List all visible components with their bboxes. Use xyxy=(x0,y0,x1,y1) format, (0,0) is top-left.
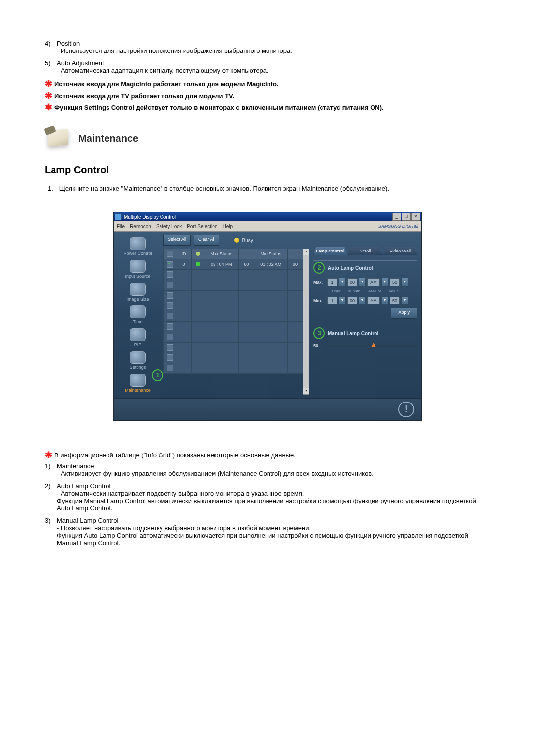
item-number: 2) xyxy=(45,482,57,490)
sidebar-item-input-source[interactable]: Input Source xyxy=(117,258,159,280)
min-value-input[interactable]: 50 xyxy=(390,297,400,304)
info-grid: ID Max Status Min Status 0 xyxy=(163,249,303,395)
dropdown-icon[interactable]: ▾ xyxy=(339,278,346,287)
max-minute-input[interactable]: 00 xyxy=(347,278,357,286)
scroll-up-button[interactable]: ▴ xyxy=(303,249,309,255)
dropdown-icon[interactable]: ▾ xyxy=(339,296,346,305)
dropdown-icon[interactable]: ▾ xyxy=(359,296,366,305)
item-number: 3) xyxy=(45,517,57,524)
ampm-label: AM/PM xyxy=(364,289,385,293)
table-row[interactable] xyxy=(164,291,303,301)
maximize-button[interactable]: □ xyxy=(402,213,411,221)
auto-lamp-panel-title: 2 Auto Lamp Control xyxy=(313,260,417,274)
dropdown-icon[interactable]: ▾ xyxy=(359,278,366,287)
table-row[interactable] xyxy=(164,343,303,353)
page: 4) Position - Используется для настройки… xyxy=(0,0,535,581)
busy-label: Busy xyxy=(242,238,253,243)
note-text: Функция Settings Control действует тольк… xyxy=(54,103,490,111)
table-row[interactable] xyxy=(164,311,303,322)
section-title: Maintenance xyxy=(78,133,138,144)
col-status[interactable] xyxy=(192,249,204,259)
dropdown-icon[interactable]: ▾ xyxy=(381,278,388,287)
pip-icon xyxy=(130,328,146,341)
table-row[interactable] xyxy=(164,363,303,374)
item-title: Position xyxy=(57,40,490,47)
col-check[interactable] xyxy=(164,249,176,259)
app-icon xyxy=(115,213,122,220)
col-id[interactable]: ID xyxy=(176,249,192,259)
note-text: В информационной таблице ("Info Grid") п… xyxy=(54,451,490,459)
menu-help[interactable]: Help xyxy=(222,224,233,229)
col-min-val[interactable] xyxy=(288,249,303,259)
sidebar-item-power-control[interactable]: Power Control xyxy=(117,236,159,257)
list-item: 5) Auto Adjustment - Автоматическая адап… xyxy=(45,59,490,74)
min-ampm-input[interactable]: AM xyxy=(367,297,380,304)
sidebar-item-pip[interactable]: PIP xyxy=(117,327,159,349)
panel-title-text: Auto Lamp Control xyxy=(328,265,373,271)
max-value-input[interactable]: 50 xyxy=(390,278,400,286)
table-row[interactable] xyxy=(164,301,303,311)
sidebar-item-label: Input Source xyxy=(125,274,150,279)
power-icon xyxy=(130,237,146,250)
table-row[interactable] xyxy=(164,332,303,343)
dropdown-icon[interactable]: ▾ xyxy=(401,278,408,287)
clear-all-button[interactable]: Clear All xyxy=(194,235,219,246)
table-row[interactable] xyxy=(164,280,303,291)
row-checkbox[interactable] xyxy=(167,261,173,268)
item-number: 5) xyxy=(45,59,57,67)
item-title: Auto Lamp Control xyxy=(57,482,490,490)
col-max-status[interactable]: Max Status xyxy=(204,249,239,259)
scroll-down-button[interactable]: ▾ xyxy=(303,388,309,395)
manual-slider-row: 50 xyxy=(313,343,417,348)
max-hour-input[interactable]: 1 xyxy=(327,278,337,286)
item-desc: - Автоматически настраивает подсветку вы… xyxy=(45,490,490,512)
sidebar-item-label: Settings xyxy=(130,365,146,370)
select-all-button[interactable]: Select All xyxy=(163,235,191,246)
sidebar-item-label: Time xyxy=(133,319,143,324)
col-max-val[interactable] xyxy=(239,249,254,259)
table-row[interactable] xyxy=(164,322,303,332)
tabs: Lamp Control Scroll Video Wall xyxy=(313,247,417,255)
min-minute-input[interactable]: 00 xyxy=(347,297,357,304)
dropdown-icon[interactable]: ▾ xyxy=(401,296,408,305)
item-number: 4) xyxy=(45,40,57,47)
dropdown-icon[interactable]: ▾ xyxy=(381,296,388,305)
subsection-title: Lamp Control xyxy=(45,164,490,176)
apply-button[interactable]: Apply xyxy=(391,308,417,319)
menu-file[interactable]: File xyxy=(117,224,125,229)
slider-thumb-icon[interactable] xyxy=(371,343,376,347)
col-min-status[interactable]: Min Status xyxy=(254,249,288,259)
cell-max: 05 : 04 PM xyxy=(204,259,239,270)
scrollbar[interactable]: ▴ ▾ xyxy=(303,249,309,395)
tab-video-wall[interactable]: Video Wall xyxy=(383,247,417,255)
menu-remocon[interactable]: Remocon xyxy=(130,224,151,229)
window-titlebar[interactable]: Multiple Display Control _ □ ✕ xyxy=(114,212,421,221)
note-line: ✱ Источник ввода для TV работает только … xyxy=(45,91,490,100)
close-button[interactable]: ✕ xyxy=(411,213,420,221)
menu-port-selection[interactable]: Port Selection xyxy=(187,224,217,229)
sidebar-item-image-size[interactable]: Image Size xyxy=(117,281,159,303)
callout-1: 1 xyxy=(152,369,163,381)
sidebar-item-time[interactable]: Time xyxy=(117,304,159,326)
star-icon: ✱ xyxy=(45,451,54,459)
sidebar-item-label: PIP xyxy=(134,342,142,347)
star-icon: ✱ xyxy=(45,91,54,100)
sidebar-item-settings[interactable]: Settings xyxy=(117,350,159,371)
tab-scroll[interactable]: Scroll xyxy=(348,247,382,255)
input-source-icon xyxy=(130,260,146,273)
min-hour-input[interactable]: 1 xyxy=(327,297,337,304)
manual-slider[interactable] xyxy=(324,345,417,347)
tab-lamp-control[interactable]: Lamp Control xyxy=(313,247,347,255)
item-title: Auto Adjustment xyxy=(57,59,490,67)
menu-safety-lock[interactable]: Safety Lock xyxy=(156,224,182,229)
minimize-button[interactable]: _ xyxy=(392,213,401,221)
table-row[interactable]: 0 05 : 04 PM 60 03 : 02 AM 80 xyxy=(164,259,303,270)
table-row[interactable] xyxy=(164,270,303,280)
brand-label: SAMSUNG DIGITall xyxy=(378,224,418,229)
table-row[interactable] xyxy=(164,353,303,363)
max-ampm-input[interactable]: AM xyxy=(367,278,380,286)
app-window: Multiple Display Control _ □ ✕ File Remo… xyxy=(113,212,422,421)
busy-indicator-icon xyxy=(234,238,239,243)
step-number: 1. xyxy=(48,185,57,192)
max-label: Max. xyxy=(313,280,326,285)
